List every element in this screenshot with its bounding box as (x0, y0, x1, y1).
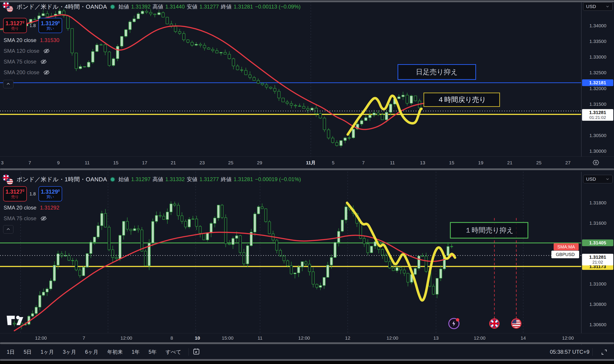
time-axis-4h[interactable]: 3791115172123252911月5711131519212527 (0, 156, 614, 169)
axis-eye-icon[interactable] (592, 159, 600, 167)
indicator-sma20[interactable]: SMA 20 close 1.31530 (4, 35, 59, 46)
candle-body (199, 226, 201, 233)
indicator-sma120[interactable]: SMA 120 close (4, 46, 59, 56)
bottom-toolbar: 1日 5日 1ヶ月 3ヶ月 6ヶ月 年初来 1年 5年 すべて 05:38:57… (0, 345, 614, 359)
candle-body (403, 270, 405, 273)
symbol-price-flag: GBPUSD (551, 251, 579, 258)
candle-body (178, 32, 181, 34)
buy-button-1h[interactable]: 1.31290 買い (39, 186, 62, 201)
gbpusd-pair-flag-icon (2, 1, 13, 12)
currency-dropdown-4h[interactable]: USD (583, 2, 613, 11)
sell-button-1h[interactable]: 1.31272 売り (3, 186, 27, 201)
price-tick: 1.33000 (582, 54, 614, 60)
indicator-name: SMA 200 close (4, 69, 39, 76)
candle-body (365, 117, 367, 120)
go-to-date-icon[interactable] (192, 348, 200, 356)
candle-body (170, 204, 172, 212)
range-button-1m[interactable]: 1ヶ月 (37, 347, 57, 357)
candle-body (83, 67, 86, 67)
candle-body (195, 44, 198, 45)
indicator-name: SMA 75 close (4, 59, 37, 65)
time-tick: 11 (258, 335, 262, 341)
indicator-name: SMA 75 close (4, 215, 37, 221)
symbol-title-4h[interactable]: ポンド／米ドル・4時間・OANDA (16, 3, 107, 11)
collapse-legend-button-1h[interactable] (3, 225, 13, 234)
candle-body (290, 266, 292, 274)
candle-body (192, 219, 194, 219)
price-axis-1h[interactable]: USD 1.318001.316001.314001.310001.308001… (581, 172, 614, 333)
candle-body (308, 264, 311, 272)
indicator-sma200[interactable]: SMA 200 close (4, 67, 59, 78)
toolbar-divider-handle[interactable] (0, 359, 614, 361)
candle-body (377, 113, 380, 115)
candle-body (159, 215, 161, 216)
time-axis-1h[interactable]: 12:00712:0081015:001112:001212:001312:00… (0, 333, 614, 343)
candle-body (191, 42, 193, 45)
annotation-daily-resistance[interactable]: 日足売り抑え (398, 64, 476, 80)
price-tick: 1.31800 (582, 200, 614, 206)
candle-body (42, 292, 45, 295)
range-button-all[interactable]: すべて (162, 347, 185, 357)
close-value: 1.31281 (234, 4, 253, 10)
time-tick: 27 (565, 160, 570, 166)
uk-event-flag-icon[interactable] (489, 318, 499, 329)
range-button-5y[interactable]: 5年 (145, 347, 160, 357)
indicator-sma75[interactable]: SMA 75 close (4, 56, 59, 67)
candle-body (283, 256, 285, 261)
fullscreen-icon[interactable] (599, 347, 609, 357)
visibility-off-icon[interactable] (40, 58, 47, 65)
range-button-1y[interactable]: 1年 (128, 347, 143, 357)
price-axis-4h[interactable]: USD 1.340001.335001.330001.325001.320001… (581, 2, 614, 156)
range-button-1d[interactable]: 1日 (3, 347, 18, 357)
candle-body (71, 260, 74, 261)
collapse-legend-button-4h[interactable] (3, 80, 13, 88)
clock-readout[interactable]: 05:38:57 UTC+9 (550, 345, 589, 359)
currency-dropdown-1h[interactable]: USD (583, 175, 613, 183)
candle-body (152, 221, 154, 243)
candle-body (68, 255, 70, 260)
time-tick: 19 (478, 160, 483, 166)
range-button-3m[interactable]: 3ヶ月 (59, 347, 79, 357)
indicator-sma20[interactable]: SMA 20 close 1.31292 (4, 202, 59, 213)
visibility-off-icon[interactable] (43, 47, 50, 54)
time-tick: 15 (449, 160, 454, 166)
annotation-1h-resistance[interactable]: １時間売り抑え (450, 222, 528, 239)
time-tick: 9 (57, 160, 60, 166)
time-tick: 11月 (306, 160, 315, 166)
bottom-axis-divider-handle[interactable] (0, 342, 614, 344)
open-label: 始値 (118, 176, 129, 183)
candle-body (144, 251, 147, 266)
price-tick: 1.30500 (582, 133, 614, 138)
range-button-6m[interactable]: 6ヶ月 (81, 347, 102, 357)
candle-body (385, 112, 388, 120)
candle-body (257, 80, 260, 83)
annotation-4h-pullback-sell[interactable]: ４時間戻り売り (423, 92, 500, 107)
change-value: −0.00113 (−0.09%) (255, 4, 301, 10)
candle-body (177, 205, 180, 216)
panel-divider-handle[interactable] (0, 168, 614, 170)
time-tick: 17 (142, 160, 147, 166)
range-button-5d[interactable]: 5日 (20, 347, 35, 357)
visibility-off-icon[interactable] (40, 215, 47, 222)
buy-button-4h[interactable]: 1.31290 買い (39, 18, 62, 33)
visibility-off-icon[interactable] (43, 69, 50, 76)
close-value: 1.31281 (234, 176, 253, 182)
candle-body (359, 223, 362, 238)
indicator-sma75[interactable]: SMA 75 close (4, 213, 59, 224)
candle-body (421, 256, 424, 257)
range-button-ytd[interactable]: 年初来 (104, 347, 126, 357)
symbol-title-1h[interactable]: ポンド／米ドル・1時間・OANDA (16, 176, 107, 183)
candle-body (301, 262, 303, 267)
candle-body (245, 70, 247, 75)
candles (0, 9, 421, 148)
candle-body (261, 207, 263, 209)
lightning-icon[interactable] (448, 318, 459, 329)
candle-body (243, 252, 245, 264)
indicator-name: SMA 120 close (4, 48, 39, 54)
time-tick: 23 (199, 160, 205, 166)
top-resize-handle[interactable] (0, 0, 614, 2)
us-event-flag-icon[interactable] (511, 318, 522, 329)
symbol-header-1h: ポンド／米ドル・1時間・OANDA 始値1.31297 高値1.31332 安値… (2, 174, 301, 185)
sell-button-4h[interactable]: 1.31272 売り (3, 18, 27, 33)
tradingview-logo[interactable] (6, 315, 23, 327)
